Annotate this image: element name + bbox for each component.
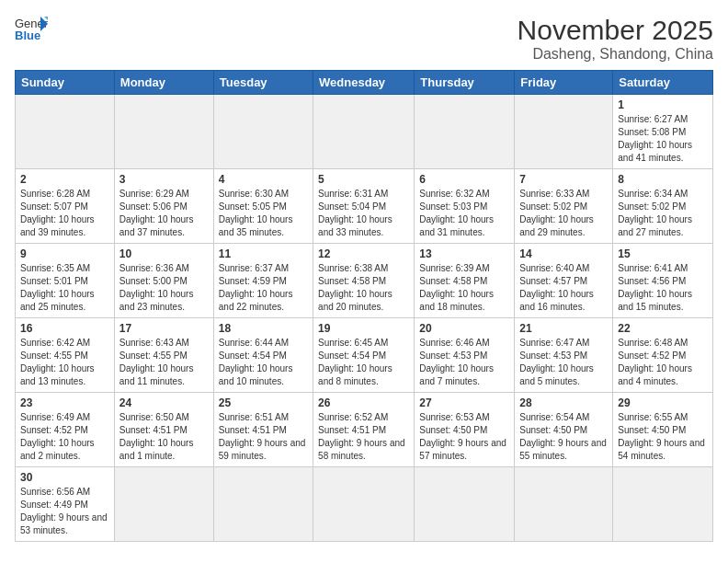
day-number: 15	[618, 247, 708, 260]
calendar-cell: 15Sunrise: 6:41 AM Sunset: 4:56 PM Dayli…	[613, 244, 713, 318]
location-title: Dasheng, Shandong, China	[518, 46, 713, 63]
day-info: Sunrise: 6:44 AM Sunset: 4:54 PM Dayligh…	[219, 337, 308, 388]
calendar-cell: 30Sunrise: 6:56 AM Sunset: 4:49 PM Dayli…	[16, 467, 115, 542]
page-header: General Blue November 2025 Dasheng, Shan…	[15, 15, 713, 63]
logo: General Blue	[15, 15, 48, 42]
calendar-cell: 2Sunrise: 6:28 AM Sunset: 5:07 PM Daylig…	[16, 169, 115, 244]
day-number: 6	[419, 173, 509, 186]
calendar-cell	[114, 95, 213, 169]
calendar-cell: 5Sunrise: 6:31 AM Sunset: 5:04 PM Daylig…	[313, 169, 415, 244]
calendar-cell: 16Sunrise: 6:42 AM Sunset: 4:55 PM Dayli…	[16, 318, 115, 393]
calendar-cell: 13Sunrise: 6:39 AM Sunset: 4:58 PM Dayli…	[415, 244, 515, 318]
day-info: Sunrise: 6:48 AM Sunset: 4:52 PM Dayligh…	[618, 337, 708, 388]
day-number: 18	[219, 322, 308, 335]
day-number: 16	[20, 322, 109, 335]
calendar-cell: 29Sunrise: 6:55 AM Sunset: 4:50 PM Dayli…	[613, 393, 713, 467]
day-number: 11	[219, 247, 308, 260]
day-number: 30	[20, 471, 109, 484]
day-info: Sunrise: 6:41 AM Sunset: 4:56 PM Dayligh…	[618, 262, 708, 314]
calendar-cell	[313, 467, 415, 542]
day-number: 27	[419, 396, 509, 409]
day-number: 22	[618, 322, 708, 335]
day-number: 1	[618, 98, 708, 111]
day-number: 3	[119, 173, 209, 186]
calendar-table: SundayMondayTuesdayWednesdayThursdayFrid…	[15, 70, 713, 542]
day-info: Sunrise: 6:49 AM Sunset: 4:52 PM Dayligh…	[20, 411, 109, 463]
day-number: 23	[20, 396, 109, 409]
day-info: Sunrise: 6:39 AM Sunset: 4:58 PM Dayligh…	[419, 262, 509, 314]
weekday-header-row: SundayMondayTuesdayWednesdayThursdayFrid…	[16, 71, 713, 95]
calendar-cell: 21Sunrise: 6:47 AM Sunset: 4:53 PM Dayli…	[515, 318, 613, 393]
day-info: Sunrise: 6:37 AM Sunset: 4:59 PM Dayligh…	[219, 262, 308, 314]
calendar-cell: 9Sunrise: 6:35 AM Sunset: 5:01 PM Daylig…	[16, 244, 115, 318]
calendar-cell: 4Sunrise: 6:30 AM Sunset: 5:05 PM Daylig…	[213, 169, 313, 244]
weekday-header-wednesday: Wednesday	[313, 71, 415, 95]
day-number: 8	[618, 173, 708, 186]
calendar-cell: 18Sunrise: 6:44 AM Sunset: 4:54 PM Dayli…	[213, 318, 313, 393]
calendar-cell: 28Sunrise: 6:54 AM Sunset: 4:50 PM Dayli…	[515, 393, 613, 467]
day-number: 28	[519, 396, 608, 409]
calendar-cell: 20Sunrise: 6:46 AM Sunset: 4:53 PM Dayli…	[415, 318, 515, 393]
day-number: 5	[318, 173, 409, 186]
day-info: Sunrise: 6:50 AM Sunset: 4:51 PM Dayligh…	[119, 411, 209, 463]
day-number: 25	[219, 396, 308, 409]
day-number: 14	[519, 247, 608, 260]
day-number: 29	[618, 396, 708, 409]
weekday-header-saturday: Saturday	[613, 71, 713, 95]
day-number: 4	[219, 173, 308, 186]
calendar-cell: 23Sunrise: 6:49 AM Sunset: 4:52 PM Dayli…	[16, 393, 115, 467]
calendar-cell: 1Sunrise: 6:27 AM Sunset: 5:08 PM Daylig…	[613, 95, 713, 169]
week-row-5: 30Sunrise: 6:56 AM Sunset: 4:49 PM Dayli…	[16, 467, 713, 542]
title-area: November 2025 Dasheng, Shandong, China	[518, 15, 713, 63]
day-number: 21	[519, 322, 608, 335]
week-row-2: 9Sunrise: 6:35 AM Sunset: 5:01 PM Daylig…	[16, 244, 713, 318]
day-info: Sunrise: 6:30 AM Sunset: 5:05 PM Dayligh…	[219, 188, 308, 239]
calendar-cell	[515, 95, 613, 169]
weekday-header-thursday: Thursday	[415, 71, 515, 95]
calendar-cell	[415, 95, 515, 169]
calendar-cell: 3Sunrise: 6:29 AM Sunset: 5:06 PM Daylig…	[114, 169, 213, 244]
day-number: 10	[119, 247, 209, 260]
weekday-header-friday: Friday	[515, 71, 613, 95]
day-number: 20	[419, 322, 509, 335]
day-info: Sunrise: 6:34 AM Sunset: 5:02 PM Dayligh…	[618, 188, 708, 239]
calendar-cell: 17Sunrise: 6:43 AM Sunset: 4:55 PM Dayli…	[114, 318, 213, 393]
calendar-cell: 22Sunrise: 6:48 AM Sunset: 4:52 PM Dayli…	[613, 318, 713, 393]
calendar-cell	[16, 95, 115, 169]
logo-icon: General Blue	[15, 15, 48, 42]
weekday-header-sunday: Sunday	[16, 71, 115, 95]
day-info: Sunrise: 6:52 AM Sunset: 4:51 PM Dayligh…	[318, 411, 409, 463]
calendar-cell: 26Sunrise: 6:52 AM Sunset: 4:51 PM Dayli…	[313, 393, 415, 467]
day-info: Sunrise: 6:53 AM Sunset: 4:50 PM Dayligh…	[419, 411, 509, 463]
week-row-4: 23Sunrise: 6:49 AM Sunset: 4:52 PM Dayli…	[16, 393, 713, 467]
calendar-cell: 14Sunrise: 6:40 AM Sunset: 4:57 PM Dayli…	[515, 244, 613, 318]
day-info: Sunrise: 6:47 AM Sunset: 4:53 PM Dayligh…	[519, 337, 608, 388]
day-info: Sunrise: 6:35 AM Sunset: 5:01 PM Dayligh…	[20, 262, 109, 314]
calendar-cell: 8Sunrise: 6:34 AM Sunset: 5:02 PM Daylig…	[613, 169, 713, 244]
calendar-cell: 7Sunrise: 6:33 AM Sunset: 5:02 PM Daylig…	[515, 169, 613, 244]
day-info: Sunrise: 6:54 AM Sunset: 4:50 PM Dayligh…	[519, 411, 608, 463]
day-number: 24	[119, 396, 209, 409]
day-info: Sunrise: 6:55 AM Sunset: 4:50 PM Dayligh…	[618, 411, 708, 463]
weekday-header-monday: Monday	[114, 71, 213, 95]
day-info: Sunrise: 6:40 AM Sunset: 4:57 PM Dayligh…	[519, 262, 608, 314]
day-number: 7	[519, 173, 608, 186]
day-info: Sunrise: 6:51 AM Sunset: 4:51 PM Dayligh…	[219, 411, 308, 463]
calendar-cell: 24Sunrise: 6:50 AM Sunset: 4:51 PM Dayli…	[114, 393, 213, 467]
month-title: November 2025	[518, 15, 713, 46]
day-info: Sunrise: 6:33 AM Sunset: 5:02 PM Dayligh…	[519, 188, 608, 239]
week-row-3: 16Sunrise: 6:42 AM Sunset: 4:55 PM Dayli…	[16, 318, 713, 393]
calendar-cell: 27Sunrise: 6:53 AM Sunset: 4:50 PM Dayli…	[415, 393, 515, 467]
calendar-cell	[415, 467, 515, 542]
day-info: Sunrise: 6:29 AM Sunset: 5:06 PM Dayligh…	[119, 188, 209, 239]
day-number: 2	[20, 173, 109, 186]
calendar-cell: 10Sunrise: 6:36 AM Sunset: 5:00 PM Dayli…	[114, 244, 213, 318]
calendar-cell: 11Sunrise: 6:37 AM Sunset: 4:59 PM Dayli…	[213, 244, 313, 318]
day-info: Sunrise: 6:45 AM Sunset: 4:54 PM Dayligh…	[318, 337, 409, 388]
day-info: Sunrise: 6:27 AM Sunset: 5:08 PM Dayligh…	[618, 113, 708, 165]
day-info: Sunrise: 6:43 AM Sunset: 4:55 PM Dayligh…	[119, 337, 209, 388]
calendar-cell	[213, 467, 313, 542]
calendar-cell	[515, 467, 613, 542]
calendar-cell	[114, 467, 213, 542]
day-number: 12	[318, 247, 409, 260]
